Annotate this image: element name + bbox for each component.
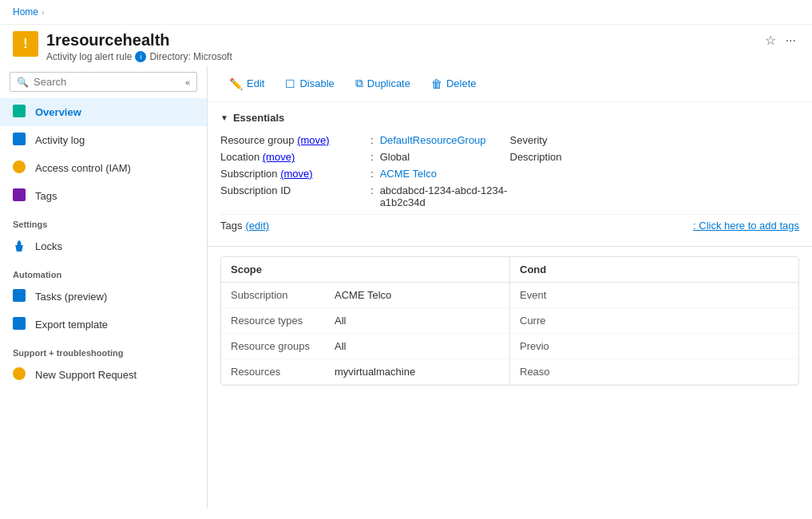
- field-label-description: Description: [510, 151, 654, 163]
- breadcrumb-separator: ›: [42, 8, 44, 17]
- content-area: ✏️ Edit ☐ Disable ⧉ Duplicate 🗑 Delete ▼…: [208, 65, 812, 509]
- data-section: Scope Subscription ACME Telco Resource t…: [208, 247, 812, 395]
- overview-icon: [13, 105, 29, 120]
- search-icon: 🔍: [17, 77, 29, 88]
- delete-button[interactable]: 🗑 Delete: [422, 73, 485, 95]
- tags-label: Tags: [220, 220, 242, 232]
- condition-pane: Cond Event Curre Previo: [510, 257, 798, 385]
- scope-value-subscription: ACME Telco: [335, 289, 391, 301]
- field-label-severity: Severity: [510, 134, 654, 146]
- field-value-rg: DefaultResourceGroup: [380, 134, 486, 146]
- support-section-header: Support + troubleshooting: [0, 339, 207, 361]
- sidebar-label-tasks: Tasks (preview): [35, 291, 107, 303]
- condition-row-reason: Reaso: [510, 359, 798, 385]
- breadcrumb: Home ›: [0, 0, 812, 25]
- rg-value-link[interactable]: DefaultResourceGroup: [380, 134, 486, 146]
- field-value-subid: abcdabcd-1234-abcd-1234-a1b2c34d: [380, 184, 510, 208]
- sub-value-link[interactable]: ACME Telco: [380, 168, 437, 180]
- tags-row: Tags (edit) : Click here to add tags: [220, 214, 799, 236]
- sidebar-label-access-control: Access control (IAM): [35, 162, 131, 174]
- condition-header: Cond: [510, 257, 798, 283]
- resource-type-label: Activity log alert rule: [46, 51, 132, 62]
- delete-icon: 🗑: [431, 77, 442, 90]
- scope-row-subscription: Subscription ACME Telco: [221, 283, 509, 308]
- field-severity: Severity: [510, 132, 800, 149]
- essentials-left: Resource group (move) : DefaultResourceG…: [220, 132, 510, 211]
- field-subscription-id: Subscription ID : abcdabcd-1234-abcd-123…: [220, 182, 510, 211]
- scope-header: Scope: [221, 257, 509, 283]
- sidebar-label-tags: Tags: [35, 190, 57, 202]
- sidebar-item-overview[interactable]: Overview: [0, 98, 207, 126]
- scope-label-resource-types: Resource types: [231, 315, 335, 327]
- field-value-loc: Global: [380, 151, 410, 163]
- field-resource-group: Resource group (move) : DefaultResourceG…: [220, 132, 510, 149]
- essentials-grid: Resource group (move) : DefaultResourceG…: [220, 132, 799, 211]
- edit-icon: ✏️: [229, 77, 243, 90]
- collapse-button[interactable]: «: [185, 77, 190, 87]
- resource-header: ! 1resourcehealth Activity log alert rul…: [0, 25, 812, 65]
- locks-icon: [13, 239, 29, 254]
- resource-subtitle: Activity log alert rule i Directory: Mic…: [46, 51, 232, 62]
- export-icon: [13, 317, 29, 332]
- sidebar: 🔍 « Overview Activity log Access control…: [0, 65, 208, 509]
- iam-icon: [13, 160, 29, 176]
- sidebar-label-overview: Overview: [35, 106, 81, 118]
- scope-pane: Scope Subscription ACME Telco Resource t…: [221, 257, 510, 385]
- scope-value-resource-groups: All: [335, 340, 346, 352]
- sidebar-label-activity-log: Activity log: [35, 134, 85, 146]
- essentials-title: Essentials: [233, 112, 284, 124]
- field-location: Location (move) : Global: [220, 149, 510, 165]
- sidebar-label-locks: Locks: [35, 240, 62, 252]
- condition-label-event: Event: [520, 289, 624, 301]
- sidebar-item-export-template[interactable]: Export template: [0, 311, 207, 339]
- toolbar: ✏️ Edit ☐ Disable ⧉ Duplicate 🗑 Delete: [208, 65, 812, 102]
- essentials-section: ▼ Essentials Resource group (move) : Def…: [208, 102, 812, 247]
- more-icon[interactable]: ···: [782, 32, 799, 50]
- support-icon: [13, 367, 29, 382]
- field-description: Description: [510, 149, 800, 165]
- scope-row-resource-types: Resource types All: [221, 308, 509, 334]
- sidebar-item-activity-log[interactable]: Activity log: [0, 126, 207, 154]
- field-sep-sub: :: [370, 168, 374, 180]
- tags-icon: [13, 188, 29, 204]
- loc-move-link[interactable]: (move): [263, 151, 295, 163]
- condition-label-reason: Reaso: [520, 366, 624, 378]
- automation-section-header: Automation: [0, 260, 207, 283]
- disable-button[interactable]: ☐ Disable: [276, 73, 343, 95]
- field-label-subid: Subscription ID: [220, 184, 364, 196]
- settings-section-header: Settings: [0, 210, 207, 232]
- star-icon[interactable]: ☆: [762, 31, 779, 50]
- duplicate-button[interactable]: ⧉ Duplicate: [347, 72, 419, 95]
- edit-button[interactable]: ✏️ Edit: [220, 73, 273, 95]
- resource-title-area: 1resourcehealth Activity log alert rule …: [46, 31, 232, 62]
- sidebar-item-tags[interactable]: Tags: [0, 182, 207, 210]
- sidebar-item-support[interactable]: New Support Request: [0, 361, 207, 389]
- tags-edit-link[interactable]: (edit): [245, 220, 269, 232]
- activity-log-icon: [13, 133, 29, 148]
- field-value-sub: ACME Telco: [380, 168, 437, 180]
- scope-condition-table: Scope Subscription ACME Telco Resource t…: [220, 256, 799, 386]
- field-subscription: Subscription (move) : ACME Telco: [220, 165, 510, 182]
- field-label-loc: Location (move): [220, 151, 364, 163]
- sidebar-item-locks[interactable]: Locks: [0, 232, 207, 260]
- split-table: Scope Subscription ACME Telco Resource t…: [221, 257, 798, 385]
- condition-label-current: Curre: [520, 315, 624, 327]
- disable-icon: ☐: [285, 77, 295, 90]
- sidebar-label-support: New Support Request: [35, 369, 137, 381]
- field-sep-subid: :: [370, 184, 374, 196]
- essentials-header[interactable]: ▼ Essentials: [220, 112, 799, 124]
- main-layout: 🔍 « Overview Activity log Access control…: [0, 65, 812, 509]
- field-label-rg: Resource group (move): [220, 134, 364, 146]
- directory-label: Directory: Microsoft: [149, 51, 232, 62]
- sidebar-item-tasks[interactable]: Tasks (preview): [0, 283, 207, 311]
- breadcrumb-home[interactable]: Home: [13, 6, 38, 18]
- condition-row-current: Curre: [510, 308, 798, 334]
- scope-row-resources: Resources myvirtualmachine: [221, 359, 509, 385]
- search-input[interactable]: [34, 76, 185, 88]
- tasks-icon: [13, 289, 29, 304]
- scope-label-subscription: Subscription: [231, 289, 335, 301]
- tags-add-link[interactable]: : Click here to add tags: [693, 220, 799, 232]
- rg-move-link[interactable]: (move): [297, 134, 329, 146]
- sub-move-link[interactable]: (move): [280, 168, 312, 180]
- sidebar-item-access-control[interactable]: Access control (IAM): [0, 154, 207, 182]
